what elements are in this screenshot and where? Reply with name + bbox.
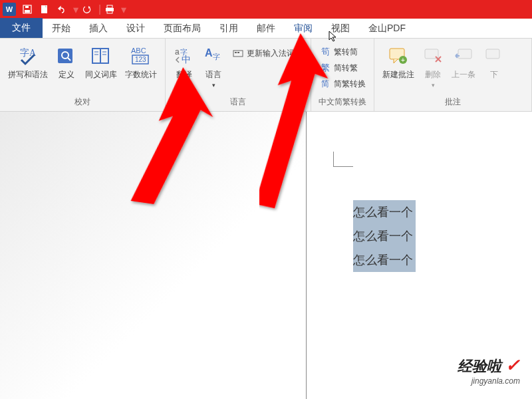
next-icon xyxy=(485,43,503,68)
doc-line[interactable]: 怎么看一个 xyxy=(353,200,416,224)
simp-to-trad-label: 简转繁 xyxy=(334,63,358,74)
wordcount-label: 字数统计 xyxy=(125,70,157,80)
svg-text:ABC: ABC xyxy=(131,47,146,55)
tab-layout[interactable]: 页面布局 xyxy=(154,19,210,38)
ribbon: 字A 拼写和语法 定义 同义词库 ABC123 字数统计 xyxy=(0,39,532,112)
background-gradient xyxy=(0,112,306,399)
svg-text:字: 字 xyxy=(213,53,220,61)
ribbon-group-language: a字中 翻译▾ A字 语言▾ 更新输入法词典 语言 xyxy=(166,39,311,111)
spelling-button[interactable]: 字A 拼写和语法 xyxy=(4,41,52,82)
tab-references[interactable]: 引用 xyxy=(210,19,247,38)
tab-view[interactable]: 视图 xyxy=(322,19,359,38)
tab-review[interactable]: 审阅 xyxy=(285,19,322,38)
ribbon-group-proofing: 字A 拼写和语法 定义 同义词库 ABC123 字数统计 xyxy=(0,39,166,111)
convert-button[interactable]: 简 简繁转换 xyxy=(315,76,370,92)
wordcount-button[interactable]: ABC123 字数统计 xyxy=(121,41,161,82)
language-label: 语言▾ xyxy=(205,70,221,90)
thesaurus-label: 同义词库 xyxy=(85,70,117,80)
new-doc-icon[interactable] xyxy=(37,2,52,17)
svg-text:+: + xyxy=(401,57,405,64)
tab-mailings[interactable]: 邮件 xyxy=(247,19,285,38)
svg-rect-8 xyxy=(58,49,72,63)
convert-icon: 简 xyxy=(319,78,331,90)
define-icon xyxy=(57,43,76,68)
thesaurus-icon xyxy=(91,43,111,68)
delete-comment-label: 删除▾ xyxy=(425,70,441,90)
wordcount-icon: ABC123 xyxy=(130,43,152,68)
watermark-url: jingyanla.com xyxy=(458,376,520,386)
document-selected-text[interactable]: 怎么看一个 怎么看一个 怎么看一个 xyxy=(353,200,416,272)
next-comment-button[interactable]: 下 xyxy=(479,41,509,82)
language-group-label: 语言 xyxy=(170,94,307,110)
tab-design[interactable]: 设计 xyxy=(117,19,154,38)
new-comment-button[interactable]: + 新建批注 xyxy=(378,41,418,82)
check-icon: ✓ xyxy=(505,355,520,375)
comments-group-label: 批注 xyxy=(378,94,527,110)
define-button[interactable]: 定义 xyxy=(52,41,81,82)
thesaurus-button[interactable]: 同义词库 xyxy=(81,41,121,82)
svg-text:中: 中 xyxy=(182,54,191,65)
word-app-icon: W xyxy=(3,3,16,16)
svg-rect-26 xyxy=(235,52,237,53)
ime-update-button[interactable]: 更新输入法词典 xyxy=(228,45,307,61)
ribbon-group-comments: + 新建批注 删除▾ 上一条 下 xyxy=(374,39,532,111)
undo-icon[interactable] xyxy=(55,2,69,17)
separator: ▾ xyxy=(73,3,78,16)
next-label: 下 xyxy=(490,70,498,80)
doc-line[interactable]: 怎么看一个 xyxy=(353,224,416,248)
separator: | xyxy=(98,3,101,15)
language-icon: A字 xyxy=(203,43,223,68)
tab-home[interactable]: 开始 xyxy=(43,19,80,38)
doc-line[interactable]: 怎么看一个 xyxy=(353,248,416,272)
print-icon[interactable] xyxy=(102,2,117,17)
ime-icon xyxy=(232,47,244,59)
new-comment-label: 新建批注 xyxy=(382,70,414,80)
tab-insert[interactable]: 插入 xyxy=(80,19,117,38)
redo-icon[interactable] xyxy=(80,2,94,17)
simp-icon: 筍 xyxy=(319,46,331,58)
chinese-group-label: 中文简繁转换 xyxy=(315,94,370,110)
trad-to-simp-button[interactable]: 筍 繁转简 xyxy=(315,44,370,60)
svg-rect-34 xyxy=(458,49,471,59)
svg-rect-1 xyxy=(25,10,30,13)
spelling-label: 拼写和语法 xyxy=(8,70,48,80)
title-bar: W ▾ | ▾ xyxy=(0,0,532,19)
prev-icon xyxy=(454,43,473,68)
prev-label: 上一条 xyxy=(452,70,475,80)
separator: ▾ xyxy=(121,3,126,16)
translate-button[interactable]: a字中 翻译▾ xyxy=(170,41,199,92)
tab-file[interactable]: 文件 xyxy=(0,18,43,38)
new-comment-icon: + xyxy=(388,43,408,68)
simp-to-trad-button[interactable]: 繁 简转繁 xyxy=(315,60,370,76)
translate-label: 翻译▾ xyxy=(176,70,192,90)
svg-rect-2 xyxy=(25,6,29,8)
ribbon-group-chinese: 筍 繁转简 繁 简转繁 简 简繁转换 中文简繁转换 xyxy=(311,39,374,111)
svg-text:123: 123 xyxy=(135,56,146,63)
svg-text:a: a xyxy=(175,47,180,57)
ribbon-tabs: 文件 开始 插入 设计 页面布局 引用 邮件 审阅 视图 金山PDF xyxy=(0,19,532,39)
prev-comment-button[interactable]: 上一条 xyxy=(448,41,479,82)
svg-rect-35 xyxy=(486,49,499,59)
svg-rect-4 xyxy=(107,5,112,8)
watermark: 经验啦 ✓ jingyanla.com xyxy=(458,355,520,386)
trad-to-simp-label: 繁转简 xyxy=(334,47,358,58)
define-label: 定义 xyxy=(59,70,74,80)
language-button[interactable]: A字 语言▾ xyxy=(199,41,228,92)
ime-label: 更新输入法词典 xyxy=(247,48,303,59)
trad-icon: 繁 xyxy=(319,62,331,74)
watermark-text: 经验啦 ✓ xyxy=(458,355,520,376)
delete-comment-button[interactable]: 删除▾ xyxy=(418,41,448,92)
proofing-group-label: 校对 xyxy=(4,94,161,110)
delete-comment-icon xyxy=(424,43,442,68)
svg-rect-25 xyxy=(233,51,243,57)
svg-rect-27 xyxy=(237,52,239,53)
tab-pdf[interactable]: 金山PDF xyxy=(359,19,415,38)
translate-icon: a字中 xyxy=(174,43,195,68)
save-icon[interactable] xyxy=(20,2,35,17)
spelling-icon: 字A xyxy=(17,43,39,68)
svg-text:A: A xyxy=(205,47,213,59)
convert-label: 简繁转换 xyxy=(334,78,366,90)
